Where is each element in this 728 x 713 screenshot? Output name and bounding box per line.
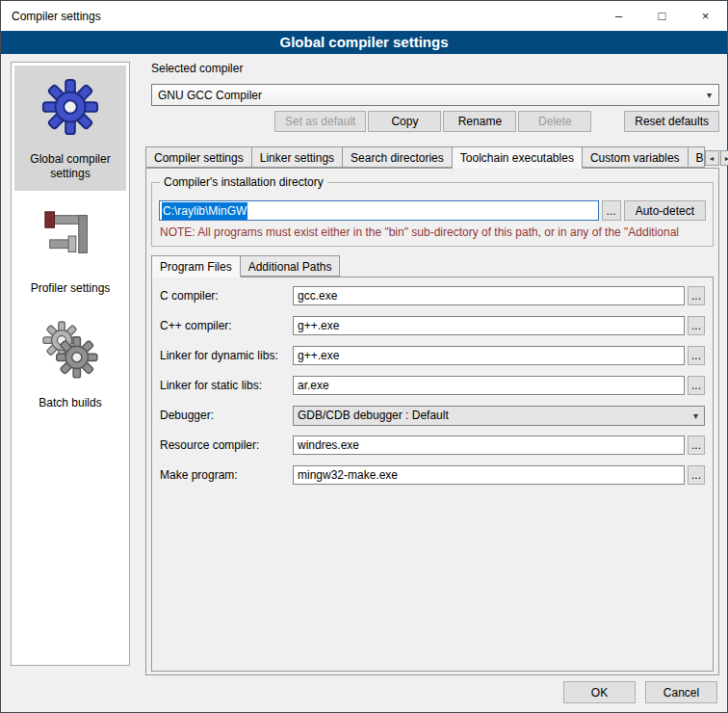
field-row-cpp-compiler: C++ compiler: g++.exe ... — [160, 316, 705, 335]
tab-custom-variables[interactable]: Custom variables — [583, 146, 689, 168]
tab-search-directories[interactable]: Search directories — [343, 146, 453, 168]
installation-directory-input[interactable]: C:\raylib\MinGW — [159, 200, 599, 221]
global-compiler-settings-pane: Selected compiler GNU GCC Compiler ▾ Set… — [145, 62, 719, 675]
linker-static-browse-button[interactable]: ... — [688, 376, 705, 395]
linker-dynamic-value: g++.exe — [298, 349, 339, 362]
settings-category-sidebar: Global compiler settings Profiler settin… — [11, 62, 130, 666]
field-row-c-compiler: C compiler: gcc.exe ... — [160, 286, 705, 305]
ok-button[interactable]: OK — [563, 681, 636, 703]
sidebar-item-global-compiler-settings[interactable]: Global compiler settings — [14, 66, 126, 191]
maximize-button[interactable]: □ — [640, 1, 684, 31]
selected-compiler-dropdown[interactable]: GNU GCC Compiler ▾ — [151, 84, 719, 106]
field-row-make-program: Make program: mingw32-make.exe ... — [160, 465, 705, 485]
subtab-program-files[interactable]: Program Files — [151, 255, 241, 277]
tab-build-options-clipped[interactable]: Buil — [689, 146, 705, 168]
toolchain-executables-panel: Compiler's installation directory C:\ray… — [145, 168, 719, 675]
cancel-button[interactable]: Cancel — [645, 681, 717, 703]
installation-directory-browse-button[interactable]: ... — [602, 200, 621, 221]
linker-dynamic-browse-button[interactable]: ... — [688, 346, 705, 365]
copy-button[interactable]: Copy — [368, 111, 441, 132]
subtab-additional-paths[interactable]: Additional Paths — [241, 255, 341, 277]
installation-directory-groupbox: Compiler's installation directory C:\ray… — [151, 182, 714, 247]
close-icon: × — [702, 9, 710, 23]
bin-subdirectory-note: NOTE: All programs must exist either in … — [160, 225, 706, 239]
dialog-content: Global compiler settings Profiler settin… — [1, 54, 727, 712]
chevron-down-icon: ▾ — [707, 90, 718, 100]
field-row-debugger: Debugger: GDB/CDB debugger : Default ▾ — [160, 406, 705, 425]
rename-button[interactable]: Rename — [443, 111, 516, 132]
tab-compiler-settings[interactable]: Compiler settings — [145, 146, 252, 168]
maximize-icon: □ — [659, 9, 666, 23]
resource-compiler-browse-button[interactable]: ... — [688, 436, 705, 455]
sidebar-item-label: Profiler settings — [31, 281, 111, 296]
settings-tab-strip: Compiler settings Linker settings Search… — [145, 145, 719, 168]
c-compiler-input[interactable]: gcc.exe — [293, 286, 685, 305]
field-row-linker-dynamic: Linker for dynamic libs: g++.exe ... — [160, 346, 705, 365]
auto-detect-button[interactable]: Auto-detect — [624, 200, 706, 221]
compiler-settings-window: Compiler settings – □ × Global compiler … — [0, 0, 728, 713]
chevron-down-icon: ▾ — [693, 410, 704, 421]
delete-button[interactable]: Delete — [518, 111, 591, 132]
close-button[interactable]: × — [684, 1, 727, 31]
tab-toolchain-executables[interactable]: Toolchain executables — [453, 146, 583, 169]
c-compiler-browse-button[interactable]: ... — [688, 286, 705, 305]
cpp-compiler-input[interactable]: g++.exe — [293, 316, 685, 335]
cpp-compiler-value: g++.exe — [298, 319, 339, 332]
installation-directory-group-title: Compiler's installation directory — [160, 175, 327, 189]
resource-compiler-label: Resource compiler: — [160, 438, 293, 452]
titlebar: Compiler settings – □ × — [1, 1, 727, 31]
sidebar-item-profiler-settings[interactable]: Profiler settings — [14, 195, 126, 305]
cpp-compiler-label: C++ compiler: — [160, 319, 293, 332]
linker-dynamic-label: Linker for dynamic libs: — [160, 349, 293, 362]
cpp-compiler-browse-button[interactable]: ... — [688, 316, 705, 335]
debugger-value: GDB/CDB debugger : Default — [298, 409, 449, 422]
field-row-linker-static: Linker for static libs: ar.exe ... — [160, 376, 705, 395]
make-program-browse-button[interactable]: ... — [688, 465, 705, 485]
linker-static-label: Linker for static libs: — [160, 379, 293, 392]
sidebar-item-label: Batch builds — [39, 396, 101, 410]
minimize-button[interactable]: – — [597, 1, 640, 31]
sidebar-item-batch-builds[interactable]: Batch builds — [14, 309, 126, 420]
installation-directory-selected-text: C:\raylib\MinGW — [162, 202, 247, 220]
profiler-clamp-icon — [40, 206, 100, 266]
selected-compiler-value: GNU GCC Compiler — [158, 89, 262, 102]
make-program-input[interactable]: mingw32-make.exe — [293, 465, 685, 485]
blue-gear-icon — [40, 77, 100, 137]
gray-gears-icon — [40, 321, 100, 381]
debugger-dropdown[interactable]: GDB/CDB debugger : Default ▾ — [293, 406, 705, 426]
program-files-panel: C compiler: gcc.exe ... C++ compiler: g+… — [151, 277, 714, 672]
window-title: Compiler settings — [1, 10, 597, 23]
reset-defaults-button[interactable]: Reset defaults — [624, 111, 719, 132]
c-compiler-value: gcc.exe — [298, 289, 337, 303]
c-compiler-label: C compiler: — [160, 289, 293, 303]
page-title: Global compiler settings — [1, 31, 727, 54]
tab-scroll-left-icon[interactable]: ◄ — [705, 150, 719, 166]
linker-dynamic-input[interactable]: g++.exe — [293, 346, 685, 365]
installation-directory-row: C:\raylib\MinGW ... Auto-detect — [159, 200, 706, 221]
make-program-label: Make program: — [160, 468, 293, 482]
linker-static-input[interactable]: ar.exe — [293, 376, 685, 395]
tab-scroll-right-icon[interactable]: ► — [720, 150, 728, 166]
sidebar-item-label: Global compiler settings — [16, 152, 124, 181]
linker-static-value: ar.exe — [298, 379, 329, 392]
minimize-icon: – — [615, 9, 622, 23]
make-program-value: mingw32-make.exe — [298, 468, 398, 482]
compiler-action-buttons: Set as default Copy Rename Delete Reset … — [151, 111, 719, 132]
dialog-footer: OK Cancel — [563, 681, 717, 703]
resource-compiler-value: windres.exe — [298, 438, 359, 452]
tab-linker-settings[interactable]: Linker settings — [252, 146, 343, 168]
tab-scroll-controls: ◄ ► — [705, 150, 728, 166]
resource-compiler-input[interactable]: windres.exe — [293, 436, 685, 455]
set-as-default-button[interactable]: Set as default — [274, 111, 366, 132]
selected-compiler-label: Selected compiler — [151, 62, 719, 76]
field-row-resource-compiler: Resource compiler: windres.exe ... — [160, 436, 705, 455]
debugger-label: Debugger: — [160, 409, 293, 422]
program-files-tab-strip: Program Files Additional Paths — [151, 255, 714, 277]
